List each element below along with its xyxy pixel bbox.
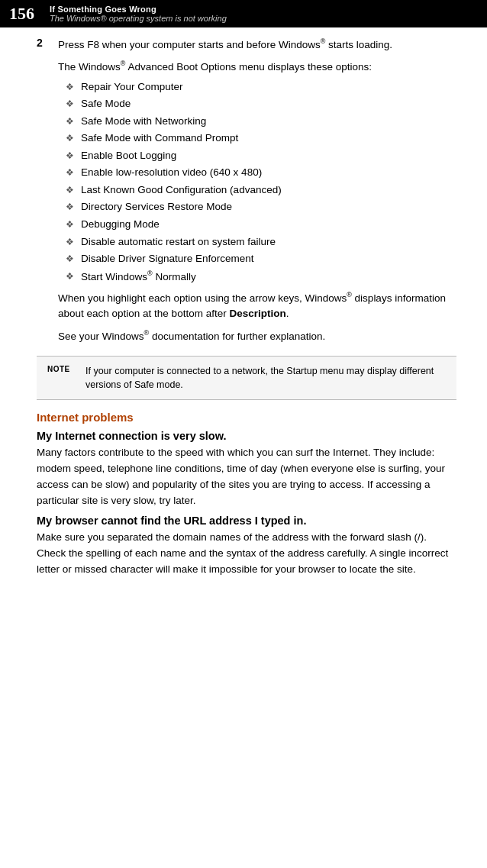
diamond-icon: ❖ <box>66 253 75 266</box>
list-item: ❖ Start Windows® Normally <box>66 269 456 284</box>
note-label: NOTE <box>47 364 78 392</box>
header-text-block: If Something Goes Wrong The Windows® ope… <box>44 0 227 27</box>
list-item: ❖ Directory Services Restore Mode <box>66 199 456 215</box>
list-item: ❖ Debugging Mode <box>66 217 456 232</box>
list-item: ❖ Safe Mode with Networking <box>66 114 456 129</box>
internet-section-heading: Internet problems <box>37 411 456 424</box>
subsection1-heading: My Internet connection is very slow. <box>37 430 456 442</box>
page-number: 156 <box>0 0 44 27</box>
subsection2-text: Make sure you separated the domain names… <box>37 530 456 578</box>
diamond-icon: ❖ <box>66 150 75 163</box>
diamond-icon: ❖ <box>66 218 75 231</box>
header-subtitle: The Windows® operating system is not wor… <box>50 14 227 23</box>
list-item: ❖ Safe Mode with Command Prompt <box>66 131 456 146</box>
diamond-icon: ❖ <box>66 115 75 128</box>
bullet-text: Start Windows® Normally <box>81 269 196 284</box>
list-item: ❖ Safe Mode <box>66 96 456 111</box>
subsection2-heading: My browser cannot find the URL address I… <box>37 515 456 527</box>
diamond-icon: ❖ <box>66 166 75 179</box>
bullet-text: Safe Mode <box>81 96 131 111</box>
diamond-icon: ❖ <box>66 98 75 111</box>
page-header: 156 If Something Goes Wrong The Windows®… <box>0 0 487 27</box>
bullet-text: Disable Driver Signature Enforcement <box>81 251 254 266</box>
bullet-text: Repair Your Computer <box>81 79 183 95</box>
diamond-icon: ❖ <box>66 201 75 214</box>
description-paragraph: When you highlight each option using the… <box>58 290 456 322</box>
bullet-text: Safe Mode with Command Prompt <box>81 131 238 146</box>
bullet-text: Debugging Mode <box>81 217 160 232</box>
bullet-list: ❖ Repair Your Computer ❖ Safe Mode ❖ Saf… <box>66 79 456 284</box>
list-item: ❖ Enable Boot Logging <box>66 148 456 163</box>
options-intro: The Windows® Advanced Boot Options menu … <box>58 59 456 75</box>
list-item: ❖ Last Known Good Configuration (advance… <box>66 182 456 198</box>
diamond-icon: ❖ <box>66 184 75 197</box>
step-number-2: 2 <box>37 37 50 53</box>
diamond-icon: ❖ <box>66 81 75 94</box>
documentation-paragraph: See your Windows® documentation for furt… <box>58 328 456 344</box>
bullet-text: Enable low-resolution video (640 x 480) <box>81 165 262 180</box>
step-2-content: Press F8 when your computer starts and b… <box>58 37 456 53</box>
list-item: ❖ Repair Your Computer <box>66 79 456 95</box>
bullet-text: Last Known Good Configuration (advanced) <box>81 182 282 198</box>
bullet-text: Enable Boot Logging <box>81 148 176 163</box>
bullet-text: Directory Services Restore Mode <box>81 199 232 215</box>
step-2-text: Press F8 when your computer starts and b… <box>58 37 456 53</box>
main-content: 2 Press F8 when your computer starts and… <box>0 27 487 593</box>
diamond-icon: ❖ <box>66 270 75 283</box>
note-box: NOTE If your computer is connected to a … <box>37 356 456 400</box>
header-title: If Something Goes Wrong <box>50 5 227 14</box>
subsection1-text: Many factors contribute to the speed wit… <box>37 445 456 509</box>
bullet-text: Safe Mode with Networking <box>81 114 206 129</box>
list-item: ❖ Disable automatic restart on system fa… <box>66 234 456 250</box>
diamond-icon: ❖ <box>66 132 75 145</box>
bullet-text: Disable automatic restart on system fail… <box>81 234 276 250</box>
list-item: ❖ Enable low-resolution video (640 x 480… <box>66 165 456 180</box>
note-text: If your computer is connected to a netwo… <box>85 364 446 392</box>
step-2-row: 2 Press F8 when your computer starts and… <box>37 37 456 53</box>
diamond-icon: ❖ <box>66 236 75 249</box>
list-item: ❖ Disable Driver Signature Enforcement <box>66 251 456 266</box>
